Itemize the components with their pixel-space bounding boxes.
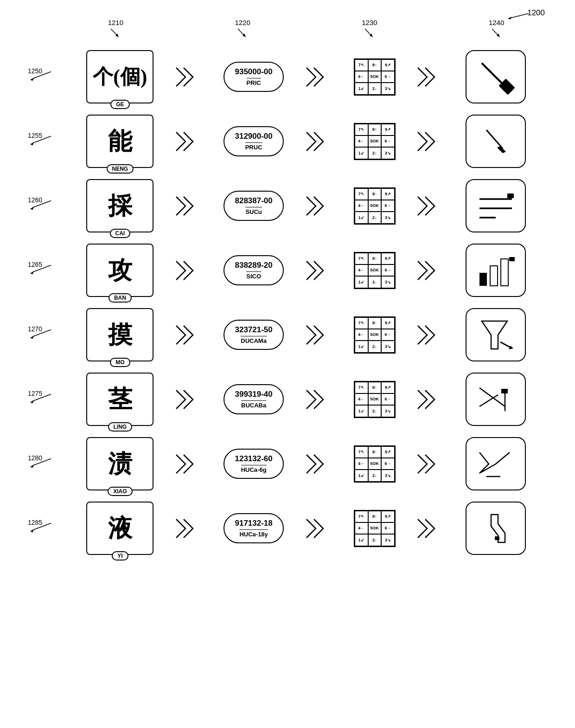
svg-marker-15 xyxy=(30,142,34,145)
col-header-1220: 1220 xyxy=(209,19,276,38)
row-ref-num-1280: 1280 xyxy=(28,456,53,471)
row-ref-num-1270: 1270 xyxy=(28,327,53,342)
zigzag-icon xyxy=(473,443,519,485)
char-main-1280: 渍 xyxy=(108,452,132,476)
row-1265: 1265 攻 BAN 838289-20 SICO xyxy=(28,241,547,300)
char-label-1275: LING xyxy=(108,422,133,432)
code-pill-1265: 838289-20 SICO xyxy=(224,255,284,285)
row-1280: 1280 渍 XIAO 123132-60 HUCa-6g xyxy=(28,434,547,493)
scissors-marker-icon xyxy=(473,379,519,420)
dbl-chevron-row5-3 xyxy=(417,324,444,346)
dbl-chevron-row6-1 xyxy=(175,388,202,411)
dbl-chevron-row8-3 xyxy=(417,517,444,540)
row-1275: 1275 茎 LING 399319-40 BUCABa xyxy=(28,370,547,429)
col-ref-arrow-1210 xyxy=(109,28,122,38)
dbl-chevron-row4-2 xyxy=(306,259,332,282)
dbl-chevron-row8-2 xyxy=(306,517,332,540)
row-1260: 1260 採 CAI 828387-00 SUCu xyxy=(28,176,547,235)
row-content-1285: 液 YI 917132-18 HUCa-18y 7↖ 8↑ xyxy=(28,499,547,558)
dbl-chevron-row5-1 xyxy=(175,324,202,346)
char-main-1265: 攻 xyxy=(108,258,132,283)
icon-box-1270 xyxy=(466,308,526,361)
col-ref-arrow-1230 xyxy=(363,28,377,38)
icon-box-1250 xyxy=(466,50,526,103)
code-pill-1255: 312900-00 PRUC xyxy=(224,126,284,156)
code-pill-1285: 917132-18 HUCa-18y xyxy=(224,513,284,543)
chisel-icon xyxy=(473,121,519,162)
char-box-1260: 採 CAI xyxy=(86,179,153,232)
col-header-1240: 1240 xyxy=(463,19,530,38)
icon-box-1280 xyxy=(466,437,526,490)
col-ref-label-1240: 1240 xyxy=(489,19,504,26)
col-headers-row: 1210 1220 1230 xyxy=(28,19,547,38)
grid-box-1285: 7↖ 8↑ 9↗ 4← 5OK 6→ 1↙ 2↓ 3↘ xyxy=(354,510,396,547)
svg-rect-27 xyxy=(490,266,498,286)
row-ref-num-1285: 1285 xyxy=(28,521,53,536)
dbl-chevron-row8-1 xyxy=(175,517,202,540)
col-header-1230: 1230 xyxy=(336,19,403,38)
char-box-1275: 茎 LING xyxy=(86,373,153,426)
row-ref-num-1265: 1265 xyxy=(28,263,53,278)
icon-box-1285 xyxy=(466,502,526,555)
code-pill-1270: 323721-50 DUCAMa xyxy=(224,320,284,350)
char-box-1250: 个(個) GE xyxy=(86,50,153,103)
char-label-1250: GE xyxy=(110,100,129,109)
code-pill-1250: 935000-00 PRIC xyxy=(224,62,284,92)
dbl-chevron-row2-2 xyxy=(306,130,332,153)
char-box-1265: 攻 BAN xyxy=(86,244,153,297)
code-pill-1280: 123132-60 HUCa-6g xyxy=(224,449,284,479)
bar-chart-flag-icon xyxy=(473,250,519,291)
svg-marker-25 xyxy=(30,271,34,274)
svg-marker-31 xyxy=(30,336,34,339)
row-ref-num-1260: 1260 xyxy=(28,198,53,213)
char-box-1270: 摸 MO xyxy=(86,308,153,361)
row-ref-num-1275: 1275 xyxy=(28,392,53,407)
funnel-pen-icon xyxy=(473,314,519,356)
col-ref-arrow-1240 xyxy=(490,28,504,38)
char-label-1285: YI xyxy=(112,551,128,560)
dbl-chevron-row5-2 xyxy=(306,324,332,346)
svg-line-12 xyxy=(482,63,505,86)
char-main-1250: 个(個) xyxy=(93,67,147,87)
grid-box-1250: 7↖ 8↑ 9↗ 4← 5OK 6→ 1↙ 2↓ 3↘ xyxy=(354,58,396,96)
svg-rect-40 xyxy=(501,389,508,393)
dbl-chevron-row4-1 xyxy=(175,259,202,282)
row-ref-num-1255: 1255 xyxy=(28,134,53,149)
char-box-1285: 液 YI xyxy=(86,502,153,555)
svg-rect-28 xyxy=(501,259,508,286)
char-main-1285: 液 xyxy=(108,516,132,541)
svg-marker-11 xyxy=(30,78,34,81)
char-main-1260: 採 xyxy=(108,194,132,218)
dbl-chevron-row6-3 xyxy=(417,388,444,411)
row-content-1265: 攻 BAN 838289-20 SICO 7↖ 8↑ xyxy=(28,241,547,300)
char-main-1270: 摸 xyxy=(108,323,132,347)
rows-area: 1250 个(個) GE 935000-00 PRIC xyxy=(28,47,547,558)
dbl-chevron-row7-3 xyxy=(417,453,444,475)
row-content-1280: 渍 XIAO 123132-60 HUCa-6g 7↖ 8↑ xyxy=(28,434,547,493)
dbl-chevron-row2-3 xyxy=(417,130,444,153)
code-pill-1275: 399319-40 BUCABa xyxy=(224,384,284,414)
grid-box-1255: 7↖ 8↑ 9↗ 4← 5OK 6→ 1↙ 2↓ 3↘ xyxy=(354,123,396,160)
row-1255: 1255 能 NENG 312900-00 PRUC xyxy=(28,112,547,171)
svg-rect-23 xyxy=(507,193,514,198)
col-ref-label-1210: 1210 xyxy=(108,19,123,26)
icon-box-1265 xyxy=(466,244,526,297)
dbl-chevron-row2-1 xyxy=(175,130,202,153)
svg-rect-13 xyxy=(498,78,515,95)
grid-box-1260: 7↖ 8↑ 9↗ 4← 5OK 6→ 1↙ 2↓ 3↘ xyxy=(354,187,396,225)
char-main-1275: 茎 xyxy=(108,387,132,412)
svg-marker-45 xyxy=(30,529,34,532)
row-content-1255: 能 NENG 312900-00 PRUC 7↖ 8↑ xyxy=(28,112,547,171)
icon-box-1275 xyxy=(466,373,526,426)
svg-rect-29 xyxy=(509,257,515,261)
row-ref-num-1250: 1250 xyxy=(28,69,53,84)
svg-rect-26 xyxy=(479,273,487,286)
col-ref-label-1230: 1230 xyxy=(362,19,377,26)
dbl-chevron-1 xyxy=(175,66,202,88)
dbl-chevron-row7-2 xyxy=(306,453,332,475)
col-ref-label-1220: 1220 xyxy=(235,19,250,26)
char-label-1270: MO xyxy=(110,358,130,367)
svg-marker-42 xyxy=(30,465,34,468)
dbl-chevron-row4-3 xyxy=(417,259,444,282)
row-1250: 1250 个(個) GE 935000-00 PRIC xyxy=(28,47,547,106)
